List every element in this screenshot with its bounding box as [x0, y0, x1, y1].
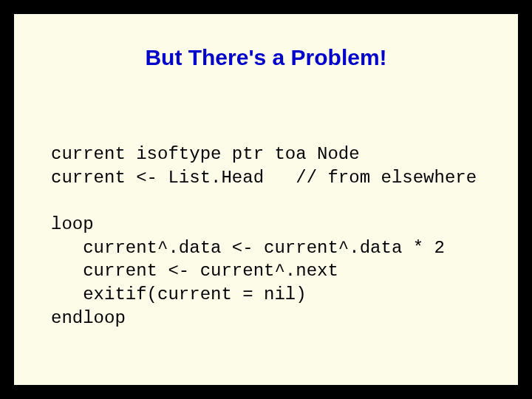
slide-title: But There's a Problem!: [14, 45, 518, 70]
slide-frame: But There's a Problem! current isoftype …: [12, 12, 520, 387]
code-block: current isoftype ptr toa Node current <-…: [51, 143, 477, 330]
